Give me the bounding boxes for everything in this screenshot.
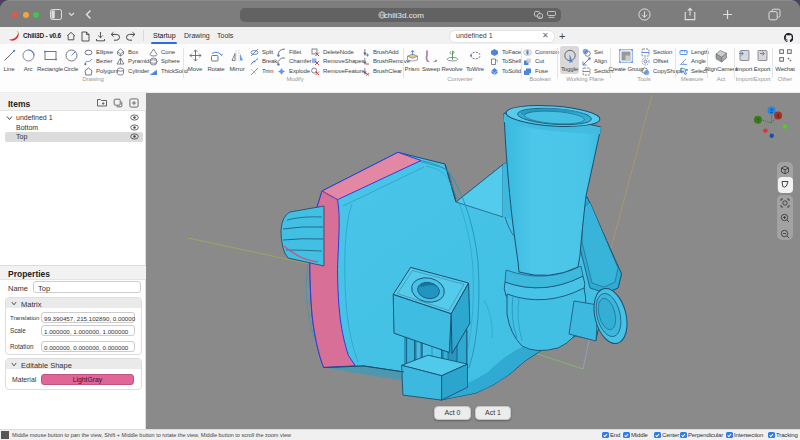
- svg-text:Z: Z: [770, 109, 773, 114]
- svg-text:Y: Y: [756, 118, 759, 123]
- svg-text:あ: あ: [538, 15, 542, 19]
- svg-text:X: X: [777, 114, 780, 119]
